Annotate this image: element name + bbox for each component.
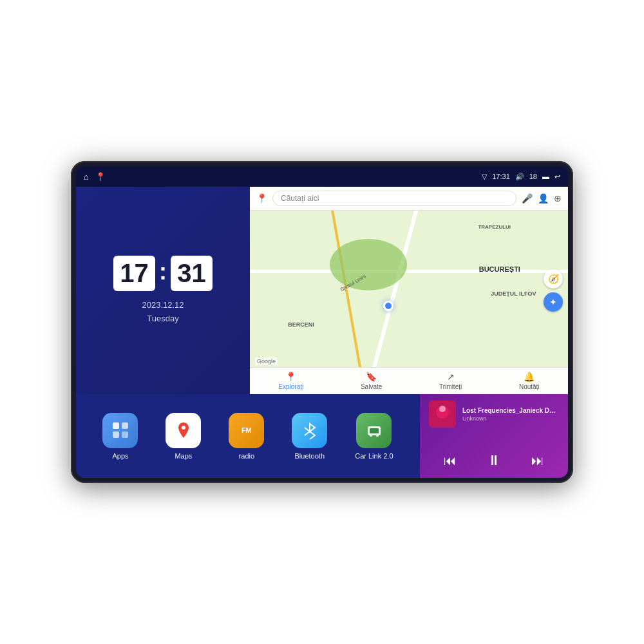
- clock-minutes: 31: [171, 256, 213, 291]
- explore-label: Explorați: [278, 383, 303, 390]
- music-info: Lost Frequencies_Janieck Devy-... Unknow…: [429, 401, 559, 428]
- map-nav-news[interactable]: 🔔 Noutăți: [519, 372, 540, 390]
- mic-icon[interactable]: 🎤: [522, 193, 533, 204]
- apps-icon: [102, 413, 138, 448]
- clock-colon: :: [159, 258, 167, 285]
- play-pause-button[interactable]: ⏸: [487, 452, 501, 469]
- date-display: 2023.12.12 Tuesday: [142, 299, 184, 326]
- volume-icon: 🔊: [515, 173, 524, 181]
- time-display: 17:31: [492, 173, 510, 180]
- saved-label: Salvate: [361, 383, 382, 390]
- music-title: Lost Frequencies_Janieck Devy-...: [462, 407, 559, 414]
- svg-point-4: [182, 426, 185, 430]
- volume-level: 18: [529, 173, 537, 180]
- device-screen: ⌂ 📍 ▽ 17:31 🔊 18 ▬ ↩ 17 :: [76, 166, 568, 478]
- send-label: Trimiteți: [439, 383, 462, 390]
- app-item-maps[interactable]: Maps: [166, 413, 201, 460]
- map-label-berceni: BERCENI: [288, 321, 314, 328]
- apps-bar: Apps Maps FM: [76, 394, 420, 478]
- google-logo: Google: [255, 357, 278, 365]
- bluetooth-label: Bluetooth: [295, 452, 325, 460]
- status-right: ▽ 17:31 🔊 18 ▬ ↩: [482, 173, 560, 181]
- clock-hours: 17: [113, 256, 155, 291]
- account-icon[interactable]: 👤: [538, 193, 549, 204]
- map-nav-explore[interactable]: 📍 Explorați: [278, 372, 303, 390]
- location-icon[interactable]: 📍: [95, 172, 106, 182]
- map-label-bucharest: BUCUREȘTI: [479, 265, 520, 273]
- app-item-carlink[interactable]: Car Link 2.0: [355, 413, 393, 460]
- radio-app-icon: FM: [229, 413, 264, 448]
- app-item-apps[interactable]: Apps: [102, 413, 138, 460]
- app-item-bluetooth[interactable]: Bluetooth: [292, 413, 327, 460]
- clock-display: 17 : 31: [113, 256, 213, 291]
- top-section: 17 : 31 2023.12.12 Tuesday: [76, 187, 568, 394]
- status-bar: ⌂ 📍 ▽ 17:31 🔊 18 ▬ ↩: [76, 166, 568, 187]
- search-placeholder: Căutați aici: [281, 194, 319, 203]
- saved-icon: 🔖: [366, 372, 377, 382]
- news-icon: 🔔: [524, 372, 535, 382]
- back-icon[interactable]: ↩: [554, 173, 560, 181]
- clock-panel: 17 : 31 2023.12.12 Tuesday: [76, 187, 250, 394]
- map-panel[interactable]: BUCUREȘTI JUDEȚUL ILFOV BERCENI TRAPEZUL…: [250, 187, 568, 394]
- apps-label: Apps: [112, 452, 128, 460]
- map-nav-saved[interactable]: 🔖 Salvate: [361, 372, 382, 390]
- search-bar[interactable]: Căutați aici: [272, 191, 516, 206]
- svg-point-13: [439, 406, 446, 412]
- map-label-ilfov: JUDEȚUL ILFOV: [491, 290, 536, 297]
- maps-app-icon: [166, 413, 201, 448]
- maps-pin-icon: 📍: [256, 193, 267, 204]
- home-icon[interactable]: ⌂: [84, 172, 89, 182]
- svg-rect-1: [122, 422, 128, 429]
- bluetooth-app-icon: [292, 413, 327, 448]
- map-right-controls: 🧭 ✦: [544, 269, 563, 312]
- news-label: Noutăți: [519, 383, 540, 390]
- svg-point-10: [376, 434, 379, 437]
- music-details: Lost Frequencies_Janieck Devy-... Unknow…: [462, 407, 559, 422]
- svg-line-6: [305, 431, 310, 435]
- compass-btn[interactable]: 🧭: [544, 269, 563, 289]
- battery-icon: ▬: [542, 173, 549, 180]
- music-controls: ⏮ ⏸ ⏭: [429, 450, 559, 471]
- signal-icon: ▽: [482, 173, 487, 181]
- car-screen-device: ⌂ 📍 ▽ 17:31 🔊 18 ▬ ↩ 17 :: [71, 161, 573, 483]
- carlink-label: Car Link 2.0: [355, 452, 393, 460]
- map-location-dot: [383, 301, 393, 311]
- prev-button[interactable]: ⏮: [444, 453, 457, 468]
- map-label-trapezului: TRAPEZULUI: [478, 224, 511, 230]
- day-value: Tuesday: [142, 312, 184, 326]
- main-content: 17 : 31 2023.12.12 Tuesday: [76, 187, 568, 478]
- svg-rect-0: [113, 422, 119, 429]
- explore-icon: 📍: [285, 372, 296, 382]
- svg-line-5: [305, 428, 310, 431]
- layers-icon[interactable]: ⊕: [554, 193, 562, 204]
- music-player: Lost Frequencies_Janieck Devy-... Unknow…: [420, 394, 568, 478]
- next-button[interactable]: ⏭: [531, 453, 544, 468]
- svg-rect-8: [370, 428, 379, 433]
- date-value: 2023.12.12: [142, 299, 184, 312]
- status-left: ⌂ 📍: [84, 172, 106, 182]
- svg-rect-2: [113, 431, 119, 438]
- music-thumbnail: [429, 401, 456, 428]
- carlink-app-icon: [356, 413, 392, 448]
- svg-rect-3: [122, 431, 128, 438]
- maps-label: Maps: [175, 452, 192, 460]
- location-btn[interactable]: ✦: [544, 292, 563, 312]
- map-park-area: [330, 239, 407, 290]
- bottom-section: Apps Maps FM: [76, 394, 568, 478]
- map-nav-send[interactable]: ↗ Trimiteți: [439, 372, 462, 390]
- music-artist: Unknown: [462, 415, 559, 422]
- map-area: BUCUREȘTI JUDEȚUL ILFOV BERCENI TRAPEZUL…: [250, 187, 568, 394]
- map-road-vertical: [366, 190, 424, 392]
- map-bottom-nav: 📍 Explorați 🔖 Salvate ↗ Trimiteți 🔔: [250, 367, 568, 394]
- map-search-overlay: 📍 Căutați aici 🎤 👤 ⊕: [250, 187, 568, 211]
- radio-label: radio: [239, 452, 254, 460]
- app-item-radio[interactable]: FM radio: [229, 413, 264, 460]
- map-road-diagonal: [327, 188, 366, 393]
- send-icon: ↗: [447, 372, 455, 382]
- svg-point-9: [370, 434, 372, 437]
